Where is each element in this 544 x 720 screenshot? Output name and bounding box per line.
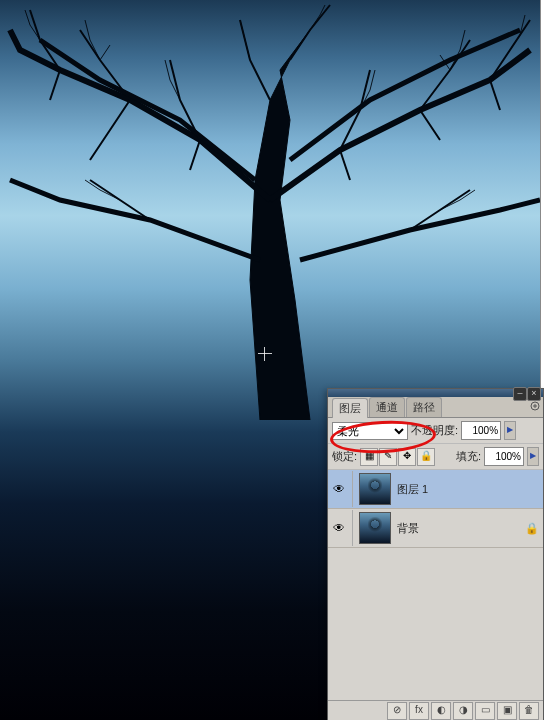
crosshair-cursor — [258, 347, 272, 361]
adjustment-layer-icon[interactable]: ◑ — [453, 702, 473, 720]
visibility-eye-icon[interactable]: 👁 — [332, 482, 346, 496]
group-icon[interactable]: ▭ — [475, 702, 495, 720]
tab-channels[interactable]: 通道 — [369, 397, 405, 417]
minimize-button[interactable]: – — [513, 387, 527, 401]
opacity-label: 不透明度: — [411, 423, 458, 438]
lock-position-icon[interactable]: ✥ — [398, 448, 416, 466]
layer-name[interactable]: 背景 — [397, 521, 519, 536]
divider — [352, 510, 353, 546]
divider — [352, 471, 353, 507]
blend-opacity-row: 柔光 不透明度: ▶ — [328, 418, 543, 444]
fill-label: 填充: — [456, 449, 481, 464]
layer-list: 👁 图层 1 👁 背景 🔒 — [328, 470, 543, 690]
lock-label: 锁定: — [332, 449, 357, 464]
layer-thumbnail[interactable] — [359, 512, 391, 544]
tree-silhouette — [0, 0, 540, 420]
lock-all-icon[interactable]: 🔒 — [417, 448, 435, 466]
layer-thumbnail[interactable] — [359, 473, 391, 505]
panel-footer: ⊘ fx ◐ ◑ ▭ ▣ 🗑 — [328, 700, 543, 720]
layer-row[interactable]: 👁 背景 🔒 — [328, 509, 543, 548]
panel-menu-icon[interactable] — [530, 401, 540, 411]
link-layers-icon[interactable]: ⊘ — [387, 702, 407, 720]
opacity-input[interactable] — [461, 421, 501, 440]
layers-panel: – × 图层 通道 路径 柔光 不透明度: ▶ 锁定: ▦ ✎ ✥ 🔒 填充: … — [327, 388, 544, 720]
tab-paths[interactable]: 路径 — [406, 397, 442, 417]
layer-fx-icon[interactable]: fx — [409, 702, 429, 720]
new-layer-icon[interactable]: ▣ — [497, 702, 517, 720]
lock-indicator-icon: 🔒 — [525, 522, 539, 535]
tab-layers[interactable]: 图层 — [332, 398, 368, 418]
delete-layer-icon[interactable]: 🗑 — [519, 702, 539, 720]
lock-transparent-icon[interactable]: ▦ — [360, 448, 378, 466]
lock-pixels-icon[interactable]: ✎ — [379, 448, 397, 466]
panel-titlebar[interactable]: – × — [328, 389, 543, 397]
visibility-eye-icon[interactable]: 👁 — [332, 521, 346, 535]
layer-mask-icon[interactable]: ◐ — [431, 702, 451, 720]
lock-fill-row: 锁定: ▦ ✎ ✥ 🔒 填充: ▶ — [328, 444, 543, 470]
fill-flyout-icon[interactable]: ▶ — [527, 447, 539, 466]
layer-name[interactable]: 图层 1 — [397, 482, 519, 497]
layer-row[interactable]: 👁 图层 1 — [328, 470, 543, 509]
close-button[interactable]: × — [527, 387, 541, 401]
blend-mode-select[interactable]: 柔光 — [332, 422, 408, 440]
opacity-flyout-icon[interactable]: ▶ — [504, 421, 516, 440]
panel-tabs: 图层 通道 路径 — [328, 397, 543, 418]
lock-icons: ▦ ✎ ✥ 🔒 — [360, 448, 435, 466]
fill-input[interactable] — [484, 447, 524, 466]
